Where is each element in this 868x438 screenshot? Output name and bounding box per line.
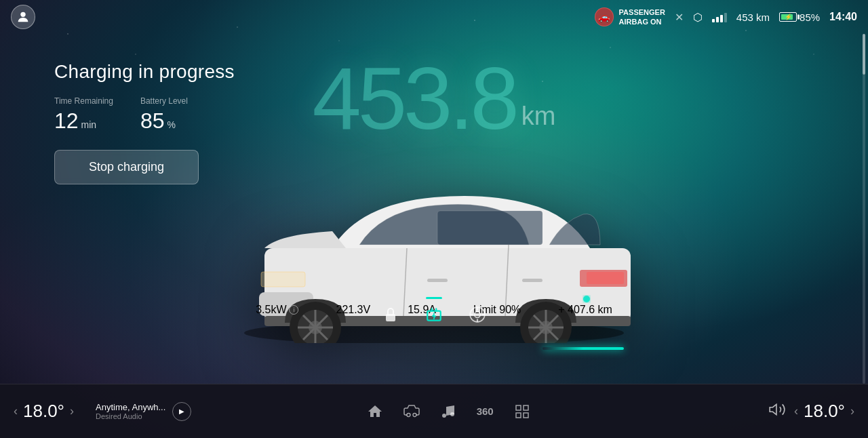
svg-rect-3 <box>437 211 542 245</box>
taskbar-center: 360 <box>367 403 530 420</box>
nav-home[interactable] <box>367 403 383 420</box>
airbag-info: 🚗 PASSENGER AIRBAG ON <box>595 7 665 27</box>
svg-rect-5 <box>261 272 305 287</box>
svg-point-38 <box>442 414 446 418</box>
signal-bar-1 <box>712 19 715 22</box>
battery-icon: ⚡ <box>779 12 797 22</box>
range-big-unit: km <box>521 102 556 130</box>
status-left <box>11 5 35 29</box>
airbag-text: PASSENGER AIRBAG ON <box>619 7 665 27</box>
range-display: 453 km <box>736 12 770 23</box>
temp-increase-left[interactable]: › <box>70 404 74 418</box>
battery-percent: 85% <box>800 12 820 23</box>
svg-point-31 <box>475 312 481 318</box>
battery-level-value: 85% <box>140 108 188 134</box>
airbag-title: PASSENGER <box>619 7 665 17</box>
music-subtitle: Desired Audio <box>96 412 165 420</box>
status-bar: 🚗 PASSENGER AIRBAG ON ✕ ⬡ 453 km ⚡ 85% 1… <box>0 0 868 34</box>
play-button[interactable]: ▶ <box>172 402 191 421</box>
power-stat: 3.5kW i <box>256 304 298 316</box>
charge-line <box>542 347 624 350</box>
charging-title: Charging in progress <box>54 61 235 83</box>
added-range-stat: + 407.6 km <box>558 304 612 316</box>
nav-360[interactable]: 360 <box>477 405 494 417</box>
main-content: Charging in progress Time Remaining 12mi… <box>0 34 868 384</box>
scrollbar-thumb <box>863 34 865 75</box>
charging-bolt: ⚡ <box>785 14 792 20</box>
svg-point-39 <box>450 412 454 416</box>
taskbar-left: ‹ 18.0° › Anytime, Anywh... Desired Audi… <box>14 401 191 422</box>
battery-level-label: Battery Level <box>140 96 188 106</box>
airbag-subtitle: AIRBAG ON <box>619 17 665 26</box>
temp-decrease-left[interactable]: ‹ <box>14 404 18 418</box>
temp-increase-right[interactable]: › <box>850 404 854 418</box>
svg-rect-28 <box>386 314 395 321</box>
signal-bars <box>712 12 727 22</box>
range-big-display: 453.8km <box>313 54 556 142</box>
music-info: Anytime, Anywh... Desired Audio ▶ <box>96 402 191 421</box>
taskbar-right: ‹ 18.0° › <box>705 401 854 422</box>
signal-bar-2 <box>716 17 719 22</box>
info-icon[interactable]: i <box>289 305 298 315</box>
nav-car[interactable] <box>403 403 420 420</box>
svg-point-37 <box>413 413 416 416</box>
signal-bar-3 <box>720 15 723 22</box>
scrollbar[interactable] <box>863 34 865 384</box>
temp-decrease-right[interactable]: ‹ <box>794 404 798 418</box>
music-title: Anytime, Anywh... <box>96 402 165 412</box>
svg-point-27 <box>583 296 590 302</box>
close-button[interactable]: ✕ <box>675 11 684 24</box>
stop-charging-button[interactable]: Stop charging <box>54 150 199 184</box>
bluetooth-icon: ⬡ <box>693 11 703 24</box>
svg-rect-40 <box>516 405 521 410</box>
voltage-stat: 221.3V <box>336 304 370 316</box>
airbag-icon: 🚗 <box>595 7 614 26</box>
time-remaining-value: 12min <box>54 108 113 134</box>
svg-rect-10 <box>427 279 448 282</box>
time-remaining-stat: Time Remaining 12min <box>54 96 113 134</box>
svg-rect-42 <box>516 413 521 418</box>
left-temp-control: ‹ 18.0° › <box>14 401 74 422</box>
nav-grid[interactable] <box>514 403 530 420</box>
nav-music[interactable] <box>440 403 456 420</box>
dock-charge[interactable] <box>419 300 449 330</box>
battery-display: ⚡ 85% <box>779 12 820 23</box>
svg-rect-11 <box>522 279 542 282</box>
dock-lock[interactable] <box>376 300 406 330</box>
charging-panel: Charging in progress Time Remaining 12mi… <box>54 61 235 184</box>
svg-marker-44 <box>770 404 776 414</box>
active-indicator <box>426 297 442 299</box>
signal-bar-4 <box>724 13 727 22</box>
status-right: 🚗 PASSENGER AIRBAG ON ✕ ⬡ 453 km ⚡ 85% 1… <box>595 7 857 27</box>
stats-row: Time Remaining 12min Battery Level 85% <box>54 96 235 134</box>
svg-rect-7 <box>587 272 624 284</box>
taskbar: ‹ 18.0° › Anytime, Anywh... Desired Audi… <box>0 384 868 438</box>
bottom-dock <box>376 300 492 330</box>
clock: 14:40 <box>829 11 857 23</box>
left-temp-value: 18.0° <box>23 401 64 422</box>
right-temp-value: 18.0° <box>804 401 845 422</box>
range-big-number: 453.8 <box>313 49 516 148</box>
time-remaining-label: Time Remaining <box>54 96 113 106</box>
svg-point-36 <box>407 413 410 416</box>
svg-rect-43 <box>524 413 528 418</box>
battery-level-stat: Battery Level 85% <box>140 96 188 134</box>
svg-rect-41 <box>524 405 528 410</box>
avatar[interactable] <box>11 5 35 29</box>
volume-button[interactable] <box>768 401 786 422</box>
right-temp-control: ‹ 18.0° › <box>794 401 854 422</box>
music-text: Anytime, Anywh... Desired Audio <box>96 402 165 420</box>
svg-point-0 <box>20 12 25 17</box>
dock-camera[interactable] <box>462 300 492 330</box>
